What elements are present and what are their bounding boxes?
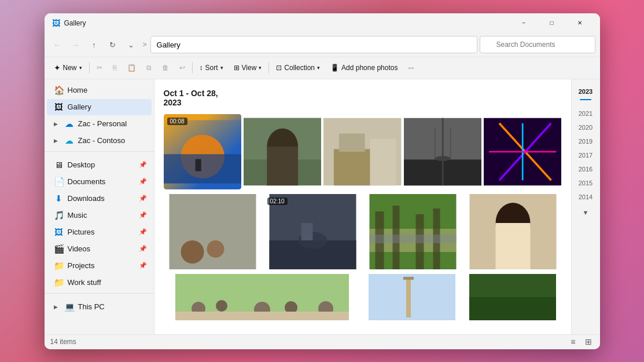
sidebar-item-downloads-label: Downloads [68,194,105,203]
sidebar-sep2 [45,293,154,297]
recent-locations-button[interactable]: ⌄ [123,36,139,53]
photo-6[interactable] [164,194,262,269]
sep2 [192,62,193,74]
more-button[interactable]: ··· [403,59,418,76]
cut-icon: ✂ [97,64,102,72]
svg-rect-9 [334,149,370,185]
rename-button[interactable]: ↩ [175,59,190,76]
pin-icon4: 📌 [139,211,147,219]
timeline-year-2017[interactable]: 2017 [572,149,600,162]
timeline-year-2023[interactable]: 2023 [572,85,600,98]
paste-icon: 📋 [127,64,136,72]
timeline-year-2014[interactable]: 2014 [572,191,600,203]
sidebar-item-workstuff[interactable]: 📁 Work stuff [47,275,152,291]
cloud-contoso-icon: ☁ [64,136,75,146]
view-chevron: ▾ [259,65,262,71]
refresh-button[interactable]: ↻ [105,36,121,53]
sidebar-item-music[interactable]: 🎵 Music 📌 [47,207,152,224]
photo-4[interactable] [404,114,481,189]
paste-button[interactable]: 📋 [123,59,141,76]
add-phone-label: Add phone photos [341,64,398,72]
svg-rect-23 [169,194,256,269]
sort-button[interactable]: ↕ Sort ▾ [195,59,228,76]
sidebar-item-desktop-label: Desktop [68,160,95,169]
up-button[interactable]: ↑ [86,36,102,53]
timeline-year-2020[interactable]: 2020 [572,121,600,134]
sidebar-item-zac-personal[interactable]: ▶ ☁ Zac - Personal [47,116,152,132]
photo-8[interactable] [364,194,462,269]
maximize-button[interactable]: □ [539,14,565,32]
sidebar-item-pictures[interactable]: 🖼 Pictures 📌 [47,224,152,240]
timeline-year-2015[interactable]: 2015 [572,177,600,189]
svg-point-42 [216,300,227,312]
sidebar-item-thispc-label: This PC [78,302,105,311]
view-icon: ⊞ [234,64,240,72]
timeline-year-2021[interactable]: 2021 [572,107,600,120]
photo-7[interactable]: 02:10 [264,194,362,269]
photo-10[interactable] [164,274,360,320]
collection-button[interactable]: ⊡ Collection ▾ [271,59,325,76]
photo-11[interactable] [363,274,461,320]
timeline-year-2019[interactable]: 2019 [572,135,600,148]
pin-icon2: 📌 [139,178,147,185]
new-button[interactable]: ✦ New ▾ [49,59,87,76]
title-bar: 🖼 Gallery − □ ✕ [45,13,600,33]
window-controls: − □ ✕ [511,14,593,32]
view-button[interactable]: ⊞ View ▾ [229,59,267,76]
add-phone-button[interactable]: 📱 Add phone photos [326,59,402,76]
forward-button[interactable]: → [68,36,84,53]
svg-rect-51 [469,297,556,320]
copy-button[interactable]: ⎘ [108,59,122,76]
projects-icon: 📁 [54,261,64,271]
sidebar-item-desktop[interactable]: 🖥 Desktop 📌 [47,157,152,173]
svg-rect-39 [495,223,530,269]
svg-point-24 [181,240,204,264]
phone-icon: 📱 [330,64,339,72]
photo-12[interactable] [463,274,562,320]
music-icon: 🎵 [54,210,64,221]
back-button[interactable]: ← [49,36,65,53]
desktop-icon: 🖥 [54,160,64,170]
sidebar-item-pictures-label: Pictures [68,228,95,236]
svg-rect-2 [164,154,241,183]
sidebar-item-documents[interactable]: 📄 Documents 📌 [47,174,152,190]
sort-label: Sort [205,64,218,72]
status-bar: 14 items ≡ ⊞ [45,334,600,349]
timeline-year-2016[interactable]: 2016 [572,163,600,175]
workstuff-icon: 📁 [54,277,64,288]
sidebar-item-gallery-label: Gallery [68,103,91,111]
search-input[interactable] [480,36,595,53]
collection-label: Collection [284,64,315,72]
collection-chevron: ▾ [317,65,320,71]
downloads-icon: ⬇ [54,193,64,204]
sidebar-item-gallery[interactable]: 🖼 Gallery [47,99,152,115]
sidebar-item-zac-personal-label: Zac - Personal [78,119,127,128]
sidebar-item-home[interactable]: 🏠 Home [47,82,152,98]
pin-icon3: 📌 [139,195,147,202]
window-icon: 🖼 [51,19,61,28]
svg-rect-47 [369,274,455,320]
sidebar-item-projects[interactable]: 📁 Projects 📌 [47,258,152,274]
sep1 [89,62,90,74]
timeline-bar: 2023 2021 2020 2019 2017 2016 2015 2014 … [571,79,600,334]
delete-button[interactable]: 🗑 [157,59,174,76]
sidebar-item-videos[interactable]: 🎬 Videos 📌 [47,241,152,257]
pin-icon7: 📌 [139,262,147,269]
photo-9[interactable] [464,194,562,269]
grid-view-button[interactable]: ⊞ [583,336,594,348]
photo-3[interactable] [323,114,401,189]
address-input[interactable] [150,36,477,53]
close-button[interactable]: ✕ [566,14,593,32]
timeline-scroll-down[interactable]: ▼ [580,207,591,218]
photo-2[interactable] [244,114,321,189]
photo-1[interactable]: 00:08 [164,114,241,189]
sidebar-item-downloads[interactable]: ⬇ Downloads 📌 [47,191,152,207]
list-view-button[interactable]: ≡ [568,336,577,348]
gallery-content: Oct 1 - Oct 28,2023 [154,79,571,334]
sidebar-item-zac-contoso[interactable]: ▶ ☁ Zac - Contoso [47,133,152,149]
sidebar-item-thispc[interactable]: ▶ 💻 This PC [47,299,152,315]
minimize-button[interactable]: − [511,14,538,32]
cut-button[interactable]: ✂ [92,59,107,76]
photo-5[interactable] [484,114,561,189]
copy2-button[interactable]: ⧉ [142,59,156,76]
